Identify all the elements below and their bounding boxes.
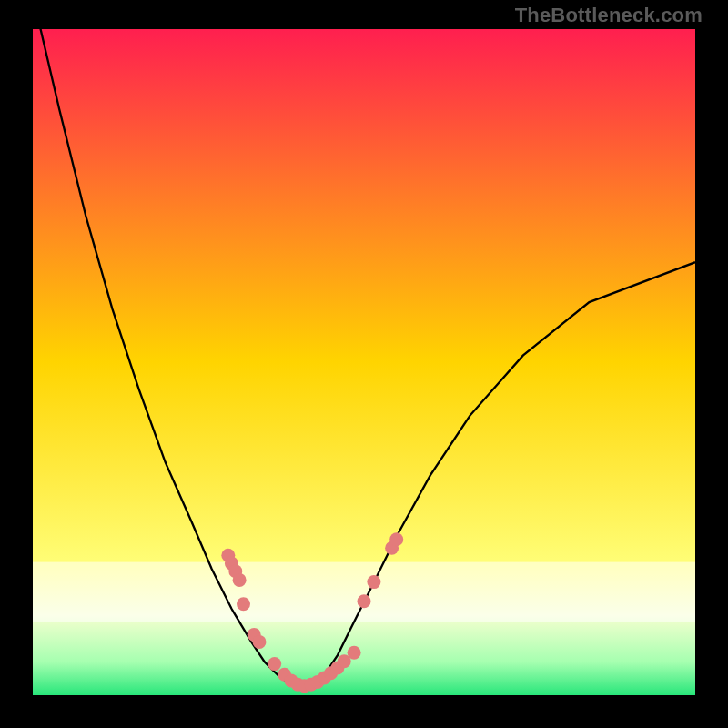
scatter-dot <box>237 597 250 611</box>
scatter-dot <box>358 594 371 608</box>
plot-area <box>33 29 695 695</box>
chart-svg <box>33 29 695 695</box>
chart-frame: TheBottleneck.com <box>0 0 728 728</box>
scatter-dot <box>268 657 281 671</box>
scatter-dot <box>389 532 403 546</box>
scatter-dot <box>253 635 267 649</box>
scatter-dot <box>233 573 247 587</box>
scatter-dot <box>348 646 361 660</box>
attribution-text: TheBottleneck.com <box>515 4 703 27</box>
white-band <box>33 562 695 622</box>
scatter-dot <box>367 575 380 589</box>
